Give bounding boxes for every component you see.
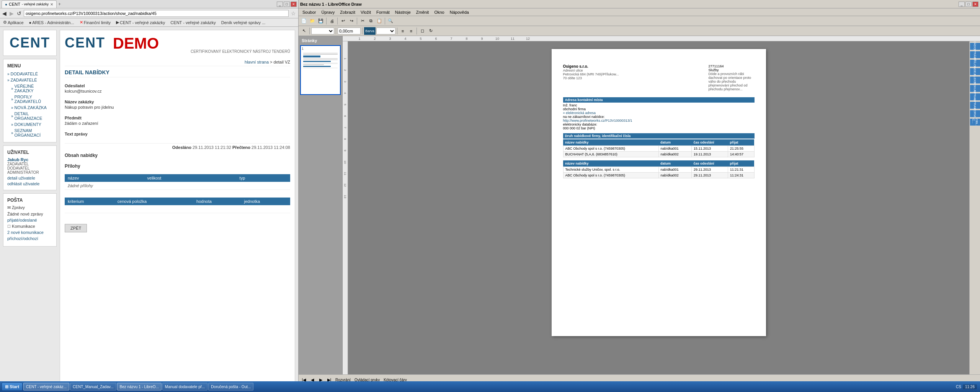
detail-uzivatele-link[interactable]: detail uživatele [7, 176, 52, 180]
taskbar-btn-libreoffice[interactable]: Bez názvu 1 - LibreO... [117, 383, 162, 390]
new-tab-btn[interactable]: + [57, 2, 62, 7]
menu-soubor[interactable]: Soubor [300, 10, 318, 15]
hlavni-strana-link[interactable]: hlavní strana [245, 60, 269, 64]
browser-tab[interactable]: ● CENT - veřejné zakázky ✕ [2, 0, 57, 8]
posta-count-link[interactable]: 2 nové komunikace [7, 230, 44, 235]
lo-redo-btn[interactable]: ↪ [348, 17, 355, 25]
menu-format[interactable]: Formát [374, 10, 392, 15]
bookmark-financni[interactable]: ✕ Finanční limity [78, 20, 112, 25]
posta-komunikace: ☐ Komunikace [7, 224, 52, 229]
menu-zmenit[interactable]: Změnit [414, 10, 431, 15]
menu-arrow-icon: » [11, 97, 13, 101]
lo-shadow-btn[interactable]: ◻ [418, 27, 426, 35]
doc-druh-header: Druh nabídkové firmy, identifikační čísl… [563, 133, 755, 139]
menu-zobrazit[interactable]: Zobrazit [338, 10, 358, 15]
menu-label: SEZNAM ORGANIZACÍ [15, 128, 52, 137]
lo-align-left[interactable]: ≡ [399, 27, 407, 35]
lo-open-btn[interactable]: 📁 [309, 17, 316, 25]
tab-close-btn[interactable]: ✕ [50, 2, 53, 7]
menu-okno[interactable]: Okno [432, 10, 446, 15]
close-btn[interactable]: ✕ [291, 2, 297, 7]
doc-header-row: Osigeno s.r.o. Adresní ulice Petrovická … [563, 64, 755, 91]
lo-find-btn[interactable]: 🔍 [387, 17, 394, 25]
taskbar-btn-cent[interactable]: CENT - veřejné zakáz... [23, 383, 69, 390]
page-num: 1 [302, 47, 304, 51]
menu-item-profily[interactable]: » PROFILY ZADAVATELŮ [7, 94, 52, 105]
pages-title: Stránky [300, 38, 341, 44]
lo-close-btn[interactable]: ✕ [972, 2, 978, 7]
lo-btn-form[interactable]: FORM... [970, 110, 980, 117]
toolbar-sep [309, 28, 310, 34]
lo-btn-obl[interactable]: OBL. Č... [970, 119, 980, 126]
bookmark-cent1[interactable]: ▶ CENT - veřejné zakázky [114, 20, 167, 25]
td-prijat-val2: 14:40:57 [728, 152, 754, 157]
posta-prichozi-link[interactable]: příchozí/odchozí [7, 236, 52, 241]
lo-size-input[interactable] [338, 28, 361, 34]
back-btn[interactable]: ◀ [2, 10, 7, 16]
lo-align-right[interactable]: ≡ [407, 27, 415, 35]
taskbar-btn-manual2[interactable]: Manual dodavatele př... [162, 383, 208, 390]
bookmark-ares[interactable]: ● ARES - Administrátn... [28, 20, 76, 25]
lo-paste-btn[interactable]: 📋 [376, 17, 383, 25]
lo-minimize-btn[interactable]: _ [959, 2, 965, 7]
bookmark-star[interactable]: ☆ [290, 10, 297, 16]
page-1-thumb[interactable]: 1 [300, 45, 341, 95]
breadcrumb-sep: > [270, 60, 273, 64]
menu-item-seznam[interactable]: » SEZNAM ORGANIZACÍ [7, 127, 52, 138]
menu-item-nova[interactable]: » NOVÁ ZAKÁZKA [7, 105, 52, 111]
posta-prijate-link[interactable]: přijaté/odeslané [7, 218, 52, 222]
lo-cut-btn[interactable]: ✂ [359, 17, 366, 25]
odesilatel-row: Odesílatel kolcun@tsunicov.cz [65, 83, 290, 93]
taskbar-btn-manual[interactable]: CENT_Manual_Zadav... [70, 383, 116, 390]
td-val3: 11:21:31 [728, 167, 754, 173]
bookmark-denik[interactable]: Deník veřejné správy ... [220, 20, 267, 25]
posta-box: POŠTA ✉ Zprávy Žádné nové zprávy přijaté… [3, 193, 57, 247]
menu-upravy[interactable]: Úpravy [319, 10, 337, 15]
zpet-button[interactable]: ZPĚT [65, 224, 87, 232]
td-comp3: Technické služby Uničov, spol. s r.o. [563, 167, 658, 173]
menu-item-detail-org[interactable]: » DETAIL ORGANIZACE [7, 111, 52, 121]
user-name[interactable]: Jakub Ryc [7, 157, 52, 162]
menu-item-zadavatele[interactable]: » ZADAVATELÉ [7, 77, 52, 83]
bookmark-cent2[interactable]: CENT - veřejné zakázky [169, 20, 217, 25]
lo-color-btn[interactable]: Barva [364, 27, 376, 35]
address-bar[interactable] [24, 10, 289, 17]
lo-toolbar-2: ↖ Barva ≡ ≡ ◻ ↻ [299, 26, 980, 36]
start-button[interactable]: ⊞ Start [2, 382, 23, 391]
menu-item-verejne[interactable]: » VEŘEJNÉ ZAKÁZKY [7, 83, 52, 94]
minimize-btn[interactable]: _ [277, 2, 283, 7]
browser-window: ● CENT - veřejné zakázky ✕ + _ □ ✕ ◀ ▶ ↺… [0, 0, 299, 392]
lo-line-style[interactable] [311, 28, 334, 34]
taskbar-btn-outlook[interactable]: Doručená pošta - Out... [208, 383, 253, 390]
forward-btn[interactable]: ▶ [9, 10, 15, 16]
logo-box: CENT [3, 30, 57, 56]
toolbar-sep [326, 18, 327, 24]
lo-print-btn[interactable]: 🖨 [328, 17, 336, 25]
lo-color-select[interactable] [376, 28, 395, 34]
menu-item-dodavatele[interactable]: » DODAVATELÉ [7, 71, 52, 77]
reload-btn[interactable]: ↺ [16, 10, 22, 16]
lo-copy-btn[interactable]: ⧉ [367, 17, 375, 25]
menu-nastroje[interactable]: Nástroje [393, 10, 413, 15]
ruler-mark: 11 [505, 37, 520, 41]
lo-draw-toolbar: ZÁDO... ZPRÁV... PŘÍLO... INDEJ... ELEKT… [969, 41, 980, 384]
odhlasit-uzivatele-link[interactable]: odhlásit uživatele [7, 181, 52, 186]
lo-save-btn[interactable]: 💾 [317, 17, 325, 25]
tray-lang: CS [956, 385, 961, 389]
lo-restore-btn[interactable]: □ [965, 2, 972, 7]
menu-vlozit[interactable]: Vložit [358, 10, 373, 15]
lo-rotate-btn[interactable]: ↻ [427, 27, 434, 35]
precteno-label: Přečteno [232, 145, 250, 150]
page-thumb-content [301, 46, 340, 94]
td-date4: nabídka002 [658, 173, 691, 178]
nazev-value: Nákup potravin pro jídelnu [65, 105, 290, 109]
lo-undo-btn[interactable]: ↩ [339, 17, 347, 25]
lo-canvas[interactable]: Osigeno s.r.o. Adresní ulice Petrovická … [348, 41, 969, 384]
lo-new-btn[interactable]: 📄 [300, 17, 308, 25]
lo-select-btn[interactable]: ↖ [300, 27, 308, 35]
bookmark-aplicace[interactable]: ⚙ Aplikace [2, 20, 25, 25]
menu-napoveda[interactable]: Nápověda [448, 10, 471, 15]
restore-btn[interactable]: □ [284, 2, 290, 7]
menu-item-dokumenty[interactable]: » DOKUMENTY [7, 121, 52, 127]
menu-label: DOKUMENTY [15, 122, 41, 127]
